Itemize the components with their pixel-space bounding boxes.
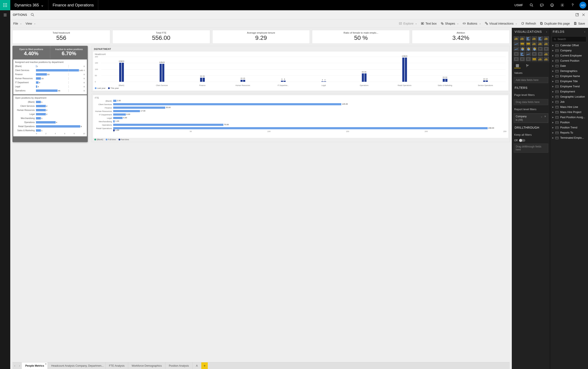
save-button[interactable]: Save [574, 22, 585, 25]
add-page-button[interactable]: + [201, 362, 208, 369]
viz-type-area[interactable] [532, 57, 537, 61]
field-table[interactable]: ▶Employment [550, 89, 588, 94]
report-filter-company[interactable]: Company⌄ ✕ is (All) [514, 113, 548, 123]
field-table[interactable]: ▶Terminated Emplo... [550, 135, 588, 140]
field-table[interactable]: ▶Position [550, 120, 588, 125]
field-table[interactable]: ▶Mass Hire Project [550, 110, 588, 115]
viz-type-tab[interactable] [538, 47, 543, 51]
viz-type-tab[interactable] [538, 52, 543, 56]
field-table[interactable]: ▶Date [550, 63, 588, 69]
viz-type-area[interactable] [520, 41, 525, 46]
kpi-card[interactable]: Average employee tenure9.29 [212, 30, 310, 44]
field-table[interactable]: ▶Reports To [550, 130, 588, 135]
app-launcher-button[interactable] [0, 0, 10, 10]
file-menu[interactable]: File [13, 22, 22, 25]
viz-type-line[interactable] [514, 41, 519, 46]
drillthrough-dropzone[interactable]: Drag drillthrough fields here [514, 144, 548, 153]
viz-type-area[interactable] [526, 41, 531, 46]
hamburger-button[interactable] [3, 13, 7, 17]
assigned-inactive-chart[interactable]: Assigned and inactive positions by depar… [13, 60, 87, 94]
field-table[interactable]: ▶Calendar Offset [550, 43, 588, 48]
kpi-card[interactable]: Total FTE556.00 [112, 30, 210, 44]
refresh-button[interactable]: Refresh [521, 22, 536, 25]
field-table[interactable]: ▶Past Position Assig... [550, 115, 588, 120]
field-table[interactable]: ▶Employee Trend [550, 84, 588, 89]
page-tab[interactable]: Workforce Demographics [128, 362, 165, 369]
open-positions-chart[interactable]: Open positions by department (Blank)1Cli… [13, 95, 87, 136]
close-tab-icon[interactable]: ✕ [45, 363, 47, 365]
page-tab[interactable]: Headcount Analysis Company, Departmen... [48, 362, 105, 369]
settings-button[interactable] [557, 0, 568, 10]
inactive-active-card[interactable]: Inactive to active positions 6.70% [50, 46, 88, 59]
viz-type-line[interactable] [514, 47, 519, 51]
viz-type-tab[interactable] [532, 52, 537, 56]
field-table[interactable]: ▶Job [550, 99, 588, 104]
fields-search[interactable] [552, 36, 586, 42]
viz-type-hbar[interactable] [526, 36, 531, 41]
viz-type-bar[interactable] [544, 36, 549, 41]
search-icon[interactable] [30, 13, 34, 17]
headcount-chart[interactable]: Headcount 050100150200153153143143333315… [93, 51, 508, 91]
fields-tab-icon[interactable] [514, 63, 521, 68]
prev-page-button[interactable]: ‹ [12, 362, 17, 369]
view-menu[interactable]: View [26, 22, 36, 25]
field-table[interactable]: ▶Company [550, 48, 588, 53]
open-filled-card[interactable]: Open to filled positions 4.40% [12, 46, 50, 59]
viz-type-line[interactable] [526, 52, 531, 56]
field-table[interactable]: ▶Demographics [550, 69, 588, 74]
page-tab[interactable]: People Metrics✕ [22, 362, 48, 369]
close-icon[interactable] [582, 13, 585, 17]
kpi-card[interactable]: Attrition3.42% [412, 30, 510, 44]
viz-type-tab[interactable] [544, 47, 549, 51]
page-tab[interactable]: FTE Analysis [105, 362, 128, 369]
textbox-button[interactable]: AText box [421, 22, 436, 25]
viz-type-bar[interactable] [544, 41, 549, 46]
visual-interactions-menu[interactable]: Visual interactions [485, 22, 517, 25]
collapse-fields-icon[interactable]: › [584, 30, 585, 33]
field-table[interactable]: ▶Employee Title [550, 79, 588, 84]
page-filters-dropzone[interactable]: Drag data fields here [514, 99, 548, 105]
popout-icon[interactable] [575, 13, 579, 17]
viz-type-hbar[interactable] [520, 52, 525, 56]
viz-type-pie[interactable] [520, 47, 525, 51]
keep-filters-toggle[interactable]: Off [512, 138, 550, 143]
collapse-viz-icon[interactable]: › [546, 30, 547, 33]
format-tab-icon[interactable] [525, 63, 531, 68]
duplicate-page-button[interactable]: Duplicate this page [540, 22, 570, 25]
viz-type-pie[interactable] [532, 47, 537, 51]
viz-type-bar[interactable] [544, 57, 549, 61]
viz-type-hbar[interactable] [538, 36, 543, 41]
viz-type-bar[interactable] [532, 36, 537, 41]
values-dropzone[interactable]: Add data fields here [514, 77, 548, 83]
field-table[interactable]: ▶Mass Hire Line [550, 104, 588, 110]
feedback-button[interactable] [547, 0, 557, 10]
viz-type-bar[interactable] [520, 36, 525, 41]
viz-type-tab[interactable] [514, 52, 519, 56]
page-tab[interactable]: Position Analysis [165, 362, 193, 369]
viz-type-bar[interactable] [532, 41, 537, 46]
viz-type-bar[interactable] [538, 41, 543, 46]
help-button[interactable]: ? [568, 0, 578, 10]
messages-button[interactable] [537, 0, 547, 10]
shapes-menu[interactable]: Shapes [441, 22, 459, 25]
kpi-card[interactable]: Total headcount556 [12, 30, 110, 44]
fte-chart[interactable]: FTE (Blank)2.00Client Services145.00Fina… [93, 95, 508, 138]
field-table[interactable]: ▶Position Trend [550, 125, 588, 130]
product-switcher[interactable]: Dynamics 365 ⌄ [10, 0, 48, 10]
page-tab[interactable]: A [193, 362, 201, 369]
viz-type-tab[interactable] [520, 57, 525, 61]
explore-menu[interactable]: Explore [399, 22, 417, 25]
next-page-button[interactable]: › [17, 362, 22, 369]
search-button[interactable] [526, 0, 537, 10]
user-avatar[interactable]: AD [579, 2, 586, 9]
field-table[interactable]: ▶Current Employee [550, 53, 588, 58]
fields-search-input[interactable] [558, 38, 584, 41]
field-table[interactable]: ▶Employee Name [550, 74, 588, 79]
field-table[interactable]: ▶Current Position [550, 58, 588, 63]
viz-type-bar[interactable] [538, 57, 543, 61]
viz-type-tab[interactable] [514, 57, 519, 61]
viz-type-tab[interactable] [526, 57, 531, 61]
legal-entity[interactable]: USMF [511, 3, 526, 7]
viz-type-bar[interactable] [544, 52, 549, 56]
viz-type-pie[interactable] [526, 47, 531, 51]
